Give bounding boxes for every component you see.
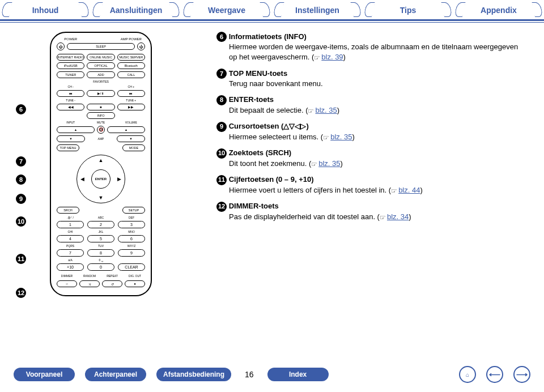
cursor-right-icon: ▶ — [117, 176, 121, 182]
random-label: RANDOM — [79, 274, 100, 278]
tab-weergave[interactable]: Weergave — [187, 3, 266, 18]
item-title-7: TOP MENU-toets — [229, 69, 288, 78]
top-menu-button: TOP MENU — [57, 144, 79, 151]
rew-button: ◀◀ — [57, 104, 84, 110]
callout-9: 9 — [16, 194, 26, 204]
cursor-up-icon: ▲ — [99, 157, 104, 163]
ch-plus-label: CH + — [117, 85, 145, 88]
key-plus10: +10 — [57, 263, 84, 271]
digout-button: ● — [125, 280, 145, 287]
description-list: 6 Informatietoets (INFO) Hiermee worden … — [216, 32, 528, 296]
cursor-left-icon: ◀ — [80, 176, 84, 182]
tab-tips[interactable]: Tips — [368, 3, 448, 18]
setup-button: SETUP — [122, 207, 145, 214]
ref-link-35c[interactable]: blz. 35 — [318, 159, 340, 168]
callout-11: 11 — [16, 254, 26, 264]
enter-button: ENTER — [91, 169, 110, 189]
item-bullet-12: 12 — [216, 202, 227, 212]
nav-index[interactable]: Index — [267, 368, 329, 381]
next-button: ⏭ — [117, 90, 145, 97]
mute-label: MUTE — [87, 121, 114, 124]
callout-7: 7 — [16, 156, 26, 167]
page-number: 16 — [241, 370, 257, 379]
top-tab-nav: Inhoud Aansluitingen Weergave Instelling… — [0, 0, 544, 18]
item-desc-11: Hiermee voert u letters of cijfers in he… — [229, 186, 391, 194]
stop-button: ■ — [87, 104, 114, 110]
key-3: 3 — [118, 221, 145, 228]
header-rule — [0, 19, 544, 21]
key-7: 7 — [57, 249, 84, 257]
tune-minus-label: TUNE - — [57, 99, 84, 102]
srch-button: SRCH — [57, 207, 79, 214]
item-desc-10: Dit toont het zoekmenu. ( — [229, 159, 311, 168]
ref-link-44[interactable]: blz. 44 — [398, 186, 420, 194]
key-8: 8 — [87, 249, 114, 257]
src-music-server: MUSIC SERVER — [117, 54, 145, 61]
dimmer-label: DIMMER — [57, 274, 77, 278]
ref-link-39[interactable]: blz. 39 — [321, 53, 343, 61]
ch-minus-label: CH - — [57, 85, 84, 88]
tab-instellingen[interactable]: Instellingen — [278, 3, 357, 18]
pointer-icon: ☞ — [391, 186, 397, 195]
call-button: CALL — [117, 71, 145, 78]
tab-appendix[interactable]: Appendix — [459, 3, 538, 18]
remote-amp-power-label: AMP POWER — [117, 37, 145, 41]
callout-8: 8 — [16, 174, 26, 185]
ref-link-35b[interactable]: blz. 35 — [330, 133, 352, 141]
amp-label: AMP — [87, 137, 114, 140]
remote-callouts: 6 7 8 9 10 11 12 — [16, 32, 26, 298]
item-bullet-10: 10 — [216, 148, 227, 159]
src-online-music: ONLINE MUSIC — [87, 54, 114, 61]
remote-power-label: POWER — [57, 37, 84, 41]
vol-up: ▲ — [107, 126, 145, 133]
home-icon[interactable]: ⌂ — [459, 366, 476, 383]
bottom-nav: Voorpaneel Achterpaneel Afstandsbedienin… — [0, 366, 544, 383]
ref-link-35a[interactable]: blz. 35 — [315, 106, 337, 114]
repeat-label: REPEAT — [102, 274, 122, 278]
callout-10: 10 — [16, 216, 26, 227]
item-bullet-7: 7 — [216, 69, 227, 79]
nav-achterpaneel[interactable]: Achterpaneel — [85, 368, 146, 381]
key-0: 0 — [87, 263, 114, 271]
item-title-11: Cijfertoetsen (0 – 9, +10) — [229, 175, 314, 184]
tab-aansluitingen[interactable]: Aansluitingen — [96, 3, 176, 18]
sleep-button: SLEEP — [67, 43, 135, 50]
key-5: 5 — [87, 235, 114, 242]
input-up: ▲ — [57, 126, 95, 133]
volume-label: VOLUME — [117, 121, 145, 124]
item-desc-6: Hiermee worden de weergave-items, zoals … — [229, 42, 518, 61]
nav-voorpaneel[interactable]: Voorpaneel — [14, 368, 75, 381]
tuner-button: TUNER — [57, 71, 84, 78]
add-button: ADD — [87, 71, 114, 78]
amp-power-button: ⏻ — [137, 42, 145, 50]
nav-afstandsbediening[interactable]: Afstandsbediening — [156, 368, 231, 381]
tab-inhoud[interactable]: Inhoud — [6, 3, 85, 18]
item-title-10: Zoektoets (SRCH) — [229, 148, 292, 157]
ref-link-34[interactable]: blz. 34 — [387, 212, 409, 221]
fwd-button: ▶▶ — [117, 104, 145, 110]
callout-6: 6 — [16, 104, 26, 114]
cursor-down-icon: ▼ — [99, 195, 104, 201]
favorites-label: FAVORITES — [87, 80, 114, 83]
next-page-icon[interactable]: ⟶ — [513, 366, 530, 383]
pointer-icon: ☞ — [311, 160, 317, 169]
item-title-12: DIMMER-toets — [229, 202, 279, 210]
prev-page-icon[interactable]: ⟵ — [486, 366, 503, 383]
item-desc-8: Dit bepaalt de selectie. ( — [229, 106, 308, 114]
mute-button: 🔇 — [97, 126, 105, 134]
key-clear: CLEAR — [118, 263, 145, 271]
vol-down: ▼ — [117, 135, 145, 142]
item-bullet-8: 8 — [216, 95, 227, 105]
dimmer-button: ☼ — [57, 280, 77, 287]
input-down: ▼ — [57, 135, 85, 142]
src-bluetooth: Bluetooth — [117, 62, 145, 69]
item-bullet-9: 9 — [216, 122, 227, 132]
item-desc-9: Hiermee selecteert u items. ( — [229, 133, 323, 141]
key-1: 1 — [57, 221, 84, 228]
digout-label: DIG. OUT — [125, 274, 145, 278]
pointer-icon: ☞ — [323, 133, 329, 142]
item-title-6: Informatietoets (INFO) — [229, 32, 307, 41]
callout-12: 12 — [16, 288, 26, 298]
play-pause-button: ▶/⏸ — [87, 90, 114, 97]
item-title-8: ENTER-toets — [229, 95, 274, 104]
